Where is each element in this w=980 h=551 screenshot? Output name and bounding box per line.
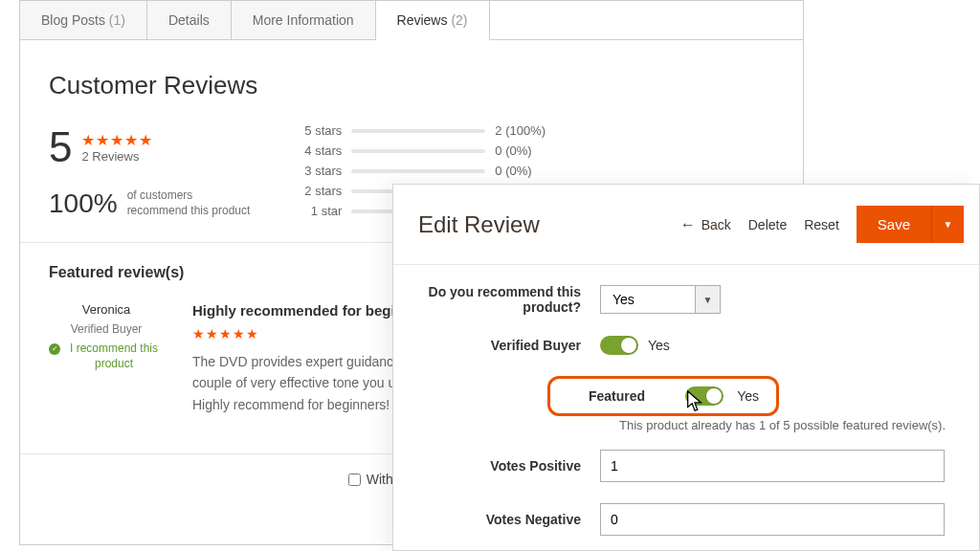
bar-track [351,149,485,153]
save-button[interactable]: Save [857,206,931,243]
breakdown-label: 1 star [296,204,342,218]
recommend-pct: 100% [49,188,118,219]
field-label-recommend: Do you recommend this product? [409,284,600,315]
tab-label: Details [168,12,210,28]
breakdown-count: 2 (100%) [495,123,546,138]
stars-icon: ★★★★★ [81,131,153,149]
checkbox[interactable] [348,474,361,486]
toggle-value: Yes [737,388,759,404]
breakdown-row[interactable]: 4 stars0 (0%) [296,143,546,158]
check-icon: ✓ [49,343,60,355]
review-count: 2 Reviews [81,149,153,164]
field-label-votes-positive: Votes Positive [409,458,600,474]
reset-button[interactable]: Reset [804,217,839,232]
section-title: Customer Reviews [49,71,774,100]
verified-buyer-label: Verified Buyer [49,322,164,336]
breakdown-row[interactable]: 3 stars0 (0%) [296,164,546,178]
tab-label: Blog Posts [41,12,105,28]
recommend-select[interactable]: Yes ▼ [600,285,721,314]
tab-label: More Information [253,12,354,28]
recommend-text: of customers recommend this product [127,188,251,218]
breakdown-count: 0 (0%) [495,164,531,178]
toggle-value: Yes [648,338,670,353]
breakdown-label: 5 stars [296,123,342,138]
tab-more-info[interactable]: More Information [232,1,376,39]
verified-toggle[interactable] [600,336,638,355]
panel-title: Edit Review [418,211,540,238]
votes-negative-input[interactable] [600,503,945,536]
edit-review-panel: Edit Review Back Delete Reset Save ▼ Do … [392,184,980,551]
tab-blog-posts[interactable]: Blog Posts (1) [20,1,147,39]
select-value: Yes [600,285,696,314]
field-label-votes-negative: Votes Negative [409,512,600,527]
votes-positive-input[interactable] [600,450,945,482]
field-label-verified: Verified Buyer [409,338,600,353]
bar-track [351,129,485,133]
tab-count: (2) [451,12,467,28]
breakdown-label: 4 stars [296,143,342,158]
featured-toggle[interactable] [685,386,724,406]
avg-rating: 5 [49,123,72,171]
tab-reviews[interactable]: Reviews (2) [376,1,490,40]
breakdown-label: 2 stars [296,184,342,198]
breakdown-label: 3 stars [296,164,342,178]
tab-label: Reviews [397,12,448,28]
breakdown-count: 0 (0%) [495,143,531,158]
breakdown-row[interactable]: 5 stars2 (100%) [296,123,546,138]
back-button[interactable]: Back [680,216,731,233]
featured-note: This product already has 1 of 5 possible… [619,418,964,432]
tab-details[interactable]: Details [147,1,232,39]
tab-count: (1) [109,12,125,28]
review-author: Veronica [49,302,164,317]
delete-button[interactable]: Delete [748,217,787,232]
chevron-down-icon: ▼ [696,285,721,314]
save-dropdown[interactable]: ▼ [931,206,964,243]
field-label-featured: Featured [589,388,645,404]
bar-track [351,169,485,173]
featured-highlight: Featured Yes [547,376,779,416]
recommend-badge: ✓ I recommend this product [49,342,164,371]
